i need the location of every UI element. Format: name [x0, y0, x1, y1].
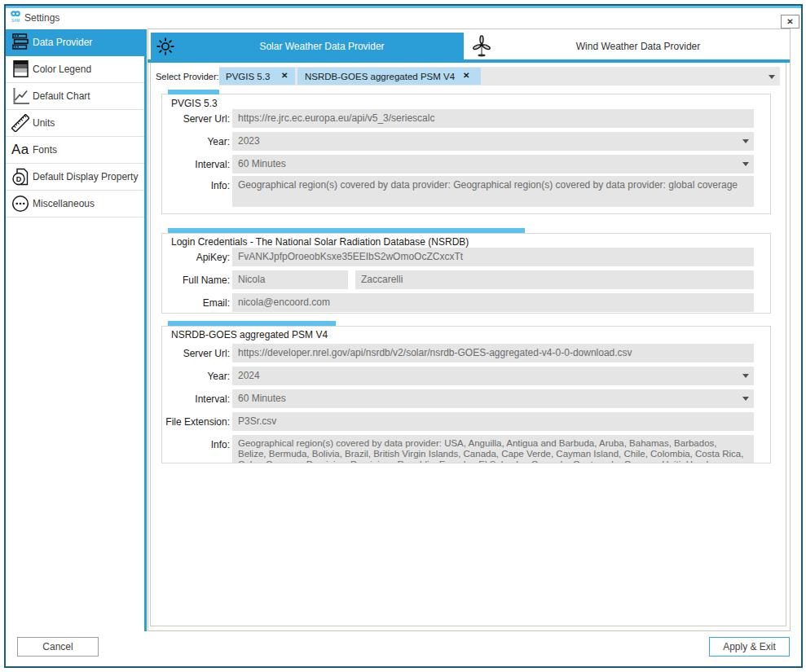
svg-text:SAM: SAM	[11, 19, 20, 23]
svg-text:D: D	[16, 175, 22, 183]
